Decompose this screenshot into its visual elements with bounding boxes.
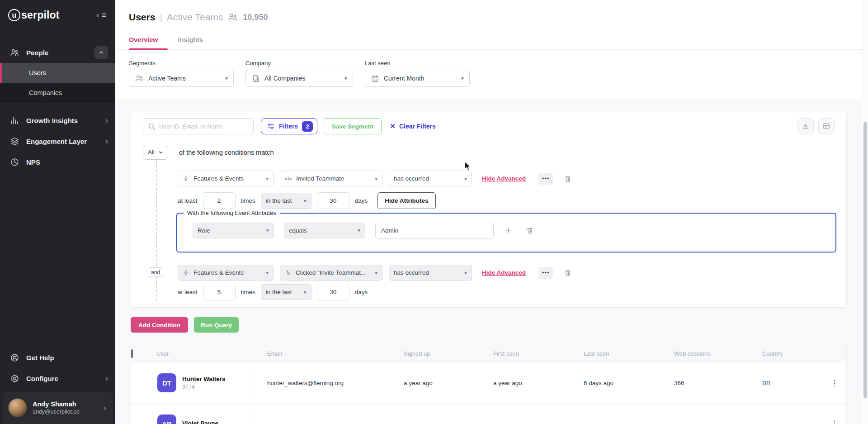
chevron-down-icon: ▾ [259, 270, 269, 276]
filters-label: Filters [279, 123, 298, 130]
attribute-name-dropdown[interactable]: Role ▾ [193, 223, 274, 238]
sidebar-item-get-help[interactable]: Get Help [0, 347, 115, 368]
sidebar-item-growth-insights[interactable]: Growth Insights › [0, 110, 115, 131]
condition-1-operator-dropdown[interactable]: has occurred ▾ [389, 171, 472, 186]
condition-1-event-dropdown[interactable]: </> Invited Teammate ▾ [280, 171, 382, 186]
column-header-email[interactable]: Email [254, 350, 404, 357]
sidebar-collapse-button[interactable]: ‹≡ [96, 11, 106, 20]
columns-layout-button[interactable] [818, 118, 835, 134]
tab-insights[interactable]: Insights [178, 36, 203, 49]
column-header-last-seen[interactable]: Last seen [584, 350, 674, 357]
condition-1-category-dropdown[interactable]: Features & Events ▾ [178, 171, 274, 186]
profile-menu[interactable]: Andy Shamah andy@userpilot.co › [3, 391, 113, 424]
segments-value: Active Teams [148, 75, 186, 82]
condition-1-delete-button[interactable] [564, 175, 572, 183]
page-title: Users [129, 12, 155, 23]
last-seen-dropdown[interactable]: Current Month ▾ [365, 70, 470, 87]
column-header-first-seen[interactable]: First seen [493, 350, 584, 357]
sidebar-item-label: Configure [26, 375, 105, 382]
user-name[interactable]: Hunter Walters [182, 376, 226, 382]
download-icon [802, 122, 810, 130]
sidebar-item-nps[interactable]: NPS [0, 152, 115, 172]
last-seen-value: Current Month [384, 75, 424, 82]
condition-1-frequency-row: at least times in the last ▾ days Hide A… [178, 192, 436, 209]
company-dropdown[interactable]: All Companies ▾ [245, 70, 353, 87]
attribute-value-input[interactable] [375, 222, 494, 239]
condition-2-category-dropdown[interactable]: Features & Events ▾ [178, 265, 274, 281]
sidebar-item-engagement-layer[interactable]: Engagement Layer › [0, 131, 115, 152]
match-mode-dropdown[interactable]: All [143, 145, 168, 160]
select-all-checkbox[interactable] [131, 349, 133, 358]
condition-1-more-button[interactable]: ••• [538, 173, 553, 185]
add-attribute-button[interactable]: + [505, 224, 511, 236]
days-label: days [355, 289, 368, 295]
profile-name: Andy Shamah [33, 400, 104, 408]
condition-2-delete-button[interactable] [564, 269, 572, 277]
people-collapse-button[interactable] [94, 46, 108, 59]
condition-1-hide-attributes-button[interactable]: Hide Attributes [377, 192, 435, 209]
segments-dropdown[interactable]: Active Teams ▾ [129, 70, 234, 87]
condition-2-event-dropdown[interactable]: Clicked "Invite Teammat... ▾ [280, 265, 382, 281]
vertical-scrollbar[interactable] [862, 0, 868, 424]
sidebar-item-label: Growth Insights [26, 117, 105, 124]
search-input[interactable] [159, 123, 249, 130]
tab-overview[interactable]: Overview [129, 36, 158, 49]
userpilot-logo[interactable]: userpilot [8, 9, 60, 21]
export-download-button[interactable] [797, 118, 814, 134]
condition-connector-line [156, 161, 157, 301]
title-row: Users | Active Teams 10,950 [129, 0, 854, 23]
building-icon [251, 74, 260, 83]
close-icon: ✕ [390, 122, 396, 130]
column-header-signed-up[interactable]: Signed up [404, 350, 493, 357]
user-name[interactable]: Violet Payne [182, 420, 218, 424]
sidebar-item-users[interactable]: Users [0, 63, 115, 83]
condition-2-days-input[interactable] [317, 284, 349, 300]
add-condition-button[interactable]: Add Condition [131, 317, 188, 333]
condition-1-count-input[interactable] [203, 192, 236, 209]
sidebar-item-companies[interactable]: Companies [0, 83, 115, 103]
row-menu-button[interactable]: ⋮ [822, 419, 846, 424]
chevron-right-icon: › [105, 374, 108, 382]
gauge-icon [9, 157, 20, 167]
condition-1-days-input[interactable] [317, 192, 349, 209]
attribute-operator-dropdown[interactable]: equals ▾ [284, 223, 365, 238]
sidebar: userpilot ‹≡ People Users [0, 0, 115, 424]
last-seen-cell: 6 days ago [584, 380, 674, 386]
column-header-country[interactable]: Country [762, 350, 822, 357]
chevron-right-icon: › [105, 116, 108, 124]
sidebar-item-configure[interactable]: Configure › [0, 368, 115, 389]
condition-2-count-input[interactable] [203, 284, 236, 300]
condition-2-more-button[interactable]: ••• [538, 267, 553, 279]
condition-2-range-dropdown[interactable]: in the last ▾ [261, 284, 311, 300]
chevron-up-icon [99, 50, 104, 55]
row-menu-button[interactable]: ⋮ [822, 378, 846, 388]
page-header: Users | Active Teams 10,950 Overview Ins… [115, 0, 868, 100]
event-attributes-legend: With the following Event Attributes [184, 210, 280, 216]
filters-button[interactable]: Filters 2 [261, 118, 317, 134]
chevron-left-icon: ‹ [96, 11, 99, 20]
run-query-button[interactable]: Run Query [194, 317, 239, 333]
condition-1-range-dropdown[interactable]: in the last ▾ [261, 193, 311, 209]
country-cell: BR [762, 380, 822, 386]
delete-attribute-button[interactable] [526, 226, 534, 234]
condition-2-operator-dropdown[interactable]: has occurred ▾ [389, 265, 472, 281]
scrollbar-thumb[interactable] [863, 122, 867, 398]
lightning-icon [183, 269, 189, 276]
segment-filters: Segments Active Teams ▾ Company [129, 50, 854, 100]
sidebar-header: userpilot ‹≡ [0, 0, 115, 21]
save-segment-button[interactable]: Save Segment [324, 118, 382, 134]
logo-text: serpilot [21, 9, 60, 21]
column-header-user[interactable]: User [156, 345, 254, 362]
clear-filters-button[interactable]: ✕ Clear Filters [390, 122, 436, 130]
condition-1-row: Features & Events ▾ </> Invited Teammate… [178, 171, 572, 186]
column-header-web-sessions[interactable]: Web sessions [674, 350, 762, 357]
condition-1-hide-advanced-link[interactable]: Hide Advanced [482, 175, 526, 182]
table-row[interactable]: DT Hunter Walters 9774 hunter_walters@fl… [131, 362, 846, 403]
condition-joiner-chip[interactable]: and [149, 267, 162, 277]
condition-2-hide-advanced-link[interactable]: Hide Advanced [482, 269, 526, 276]
sidebar-item-people[interactable]: People [0, 42, 115, 63]
search-icon [148, 123, 156, 130]
segments-label: Segments [129, 60, 234, 67]
trash-icon [526, 226, 534, 234]
table-row[interactable]: AB Violet Payne ⋮ [131, 403, 846, 424]
